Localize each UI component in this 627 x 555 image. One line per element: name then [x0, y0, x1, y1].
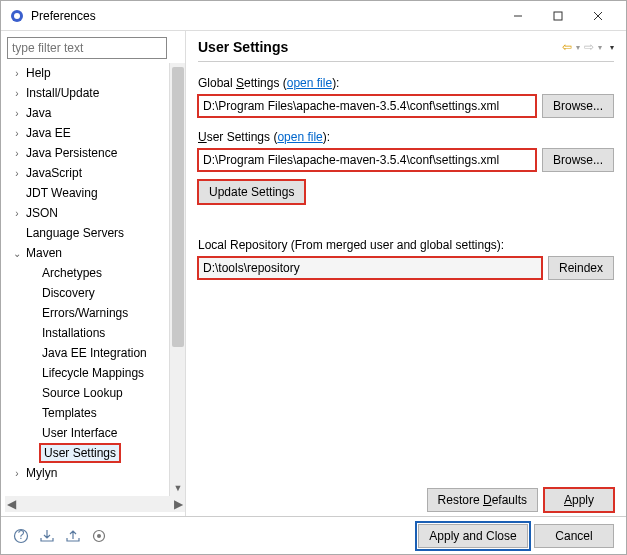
panel-buttons: Restore Defaults Apply — [198, 488, 614, 512]
chevron-right-icon[interactable]: › — [11, 468, 23, 479]
import-icon[interactable] — [39, 528, 55, 544]
oomph-icon[interactable] — [91, 528, 107, 544]
tree-item-label: Java Persistence — [23, 145, 120, 161]
user-open-file-link[interactable]: open file — [277, 130, 322, 144]
nav-back-menu-icon[interactable]: ▾ — [576, 43, 580, 52]
preferences-tree[interactable]: ›Help›Install/Update›Java›Java EE›Java P… — [5, 63, 169, 496]
global-settings-input[interactable] — [198, 95, 536, 117]
page-title: User Settings — [198, 39, 562, 55]
user-settings-label: User Settings (open file): — [198, 130, 614, 144]
tree-hscrollbar[interactable]: ◀ ▶ — [5, 496, 185, 512]
tree-item-java-ee-integration[interactable]: Java EE Integration — [5, 343, 165, 363]
window-title: Preferences — [31, 9, 498, 23]
tree-item-label: User Interface — [39, 425, 120, 441]
cancel-button[interactable]: Cancel — [534, 524, 614, 548]
scroll-right-icon[interactable]: ▶ — [174, 497, 183, 511]
tree-item-source-lookup[interactable]: Source Lookup — [5, 383, 165, 403]
nav-forward-icon[interactable]: ⇨ — [584, 40, 594, 54]
tree-item-label: Java — [23, 105, 54, 121]
filter-input[interactable] — [7, 37, 167, 59]
tree-item-install-update[interactable]: ›Install/Update — [5, 83, 165, 103]
tree-item-label: User Settings — [39, 443, 121, 463]
scrollbar-thumb[interactable] — [172, 67, 184, 347]
footer-icons: ? — [13, 528, 107, 544]
footer: ? Apply and Close Cancel — [1, 516, 626, 554]
tree-item-archetypes[interactable]: Archetypes — [5, 263, 165, 283]
tree-item-label: Source Lookup — [39, 385, 126, 401]
tree-item-label: Mylyn — [23, 465, 60, 481]
chevron-down-icon[interactable]: ⌄ — [11, 248, 23, 259]
tree-item-label: Install/Update — [23, 85, 102, 101]
tree-item-installations[interactable]: Installations — [5, 323, 165, 343]
chevron-right-icon[interactable]: › — [11, 88, 23, 99]
tree-item-lifecycle-mappings[interactable]: Lifecycle Mappings — [5, 363, 165, 383]
global-open-file-link[interactable]: open file — [287, 76, 332, 90]
tree-item-label: Java EE — [23, 125, 74, 141]
update-settings-button[interactable]: Update Settings — [198, 180, 305, 204]
local-repo-label: Local Repository (From merged user and g… — [198, 238, 614, 252]
tree-item-java-persistence[interactable]: ›Java Persistence — [5, 143, 165, 163]
close-button[interactable] — [578, 2, 618, 30]
content-area: ›Help›Install/Update›Java›Java EE›Java P… — [1, 31, 626, 516]
global-settings-label: Global Settings (open file): — [198, 76, 614, 90]
chevron-right-icon[interactable]: › — [11, 128, 23, 139]
titlebar: Preferences — [1, 1, 626, 31]
help-icon[interactable]: ? — [13, 528, 29, 544]
tree-item-maven[interactable]: ⌄Maven — [5, 243, 165, 263]
tree-item-errors-warnings[interactable]: Errors/Warnings — [5, 303, 165, 323]
view-menu-icon[interactable]: ▾ — [610, 43, 614, 52]
tree-item-label: Lifecycle Mappings — [39, 365, 147, 381]
tree-item-label: Maven — [23, 245, 65, 261]
tree-item-label: Discovery — [39, 285, 98, 301]
tree-item-label: Language Servers — [23, 225, 127, 241]
footer-buttons: Apply and Close Cancel — [418, 524, 614, 548]
tree-vscrollbar[interactable]: ▲ ▼ — [169, 63, 185, 496]
local-repo-row: Reindex — [198, 256, 614, 280]
maximize-button[interactable] — [538, 2, 578, 30]
tree-item-label: JavaScript — [23, 165, 85, 181]
svg-rect-3 — [554, 12, 562, 20]
tree-item-label: Templates — [39, 405, 100, 421]
tree-item-help[interactable]: ›Help — [5, 63, 165, 83]
chevron-right-icon[interactable]: › — [11, 168, 23, 179]
reindex-button[interactable]: Reindex — [548, 256, 614, 280]
apply-button[interactable]: Apply — [544, 488, 614, 512]
global-browse-button[interactable]: Browse... — [542, 94, 614, 118]
chevron-right-icon[interactable]: › — [11, 208, 23, 219]
tree-item-mylyn[interactable]: ›Mylyn — [5, 463, 165, 483]
tree-item-label: JSON — [23, 205, 61, 221]
tree-item-user-settings[interactable]: User Settings — [5, 443, 165, 463]
user-browse-button[interactable]: Browse... — [542, 148, 614, 172]
scroll-down-icon[interactable]: ▼ — [170, 480, 185, 496]
nav-back-icon[interactable]: ⇦ — [562, 40, 572, 54]
minimize-button[interactable] — [498, 2, 538, 30]
apply-and-close-button[interactable]: Apply and Close — [418, 524, 528, 548]
tree-item-discovery[interactable]: Discovery — [5, 283, 165, 303]
nav-forward-menu-icon[interactable]: ▾ — [598, 43, 602, 52]
panel-header: User Settings ⇦ ▾ ⇨ ▾ ▾ — [198, 39, 614, 62]
restore-defaults-button[interactable]: Restore Defaults — [427, 488, 538, 512]
tree-item-templates[interactable]: Templates — [5, 403, 165, 423]
tree-item-label: JDT Weaving — [23, 185, 101, 201]
tree-item-language-servers[interactable]: Language Servers — [5, 223, 165, 243]
user-settings-input[interactable] — [198, 149, 536, 171]
chevron-right-icon[interactable]: › — [11, 68, 23, 79]
nav-arrows: ⇦ ▾ ⇨ ▾ ▾ — [562, 40, 614, 54]
preferences-window: Preferences ›Help›Install/Update›Java›Ja… — [0, 0, 627, 555]
tree-wrap: ›Help›Install/Update›Java›Java EE›Java P… — [5, 63, 185, 496]
export-icon[interactable] — [65, 528, 81, 544]
chevron-right-icon[interactable]: › — [11, 148, 23, 159]
tree-item-user-interface[interactable]: User Interface — [5, 423, 165, 443]
tree-item-java[interactable]: ›Java — [5, 103, 165, 123]
tree-item-jdt-weaving[interactable]: JDT Weaving — [5, 183, 165, 203]
app-icon — [9, 8, 25, 24]
tree-item-json[interactable]: ›JSON — [5, 203, 165, 223]
tree-item-label: Java EE Integration — [39, 345, 150, 361]
tree-item-javascript[interactable]: ›JavaScript — [5, 163, 165, 183]
settings-panel: User Settings ⇦ ▾ ⇨ ▾ ▾ Global Settings … — [186, 31, 626, 516]
tree-item-label: Help — [23, 65, 54, 81]
tree-item-java-ee[interactable]: ›Java EE — [5, 123, 165, 143]
chevron-right-icon[interactable]: › — [11, 108, 23, 119]
update-row: Update Settings — [198, 180, 614, 204]
scroll-left-icon[interactable]: ◀ — [7, 497, 16, 511]
